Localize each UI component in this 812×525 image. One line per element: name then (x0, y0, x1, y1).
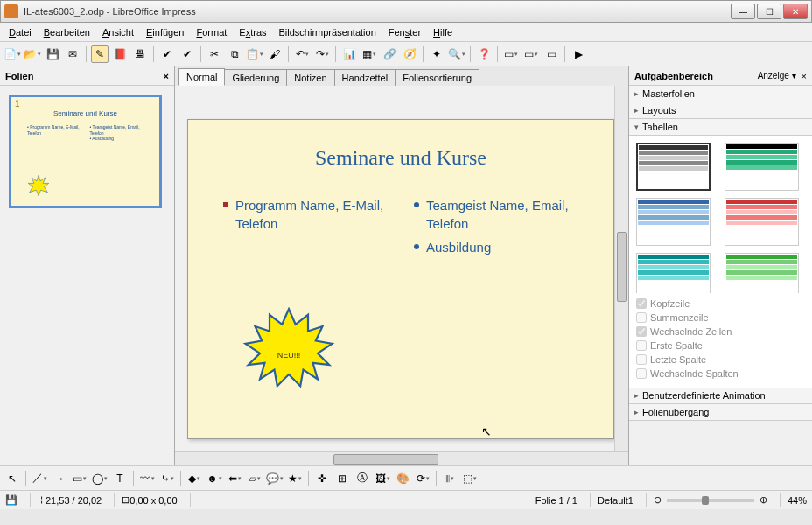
stars-icon[interactable]: ★ (286, 470, 304, 487)
save-icon[interactable]: 💾 (44, 46, 61, 63)
curve-icon[interactable]: 〰 (138, 470, 156, 487)
opt-wechselnde-spalten[interactable]: Wechselnde Spalten (636, 368, 805, 379)
table-style-2[interactable] (724, 143, 799, 191)
star-shape[interactable]: NEU!!! (241, 307, 337, 403)
menu-format[interactable]: Format (191, 25, 232, 39)
tab-foliensortierung[interactable]: Foliensortierung (395, 69, 480, 86)
glue-icon[interactable]: ⊞ (333, 470, 351, 487)
task-panel-close-icon[interactable]: × (802, 71, 807, 81)
menu-hilfe[interactable]: Hilfe (428, 25, 458, 39)
table-style-1[interactable] (636, 143, 710, 191)
autospell-icon[interactable]: ✔ (178, 46, 196, 63)
callouts-icon[interactable]: 💬 (266, 470, 284, 487)
slide-title[interactable]: Seminare und Kurse (188, 146, 613, 170)
bullet-left-1[interactable]: Programm Name, E-Mail, Telefon (223, 196, 388, 233)
opt-summenzeile[interactable]: Summenzeile (636, 312, 805, 323)
section-masterfolien[interactable]: Masterfolien (629, 86, 812, 102)
slide-editor[interactable]: Seminare und Kurse Programm Name, E-Mail… (187, 119, 614, 439)
chart-icon[interactable]: 📊 (340, 46, 358, 63)
edit-icon[interactable]: ✎ (91, 46, 108, 63)
zoom-slider[interactable]: ⊖⊕ (646, 494, 767, 508)
basic-shapes-icon[interactable]: ◆ (186, 470, 203, 487)
view-dropdown[interactable]: Anzeige (758, 71, 796, 80)
zoom-icon[interactable]: 🔍 (448, 46, 466, 63)
points-icon[interactable]: ✜ (313, 470, 331, 487)
redo-icon[interactable]: ↷ (313, 46, 331, 63)
layout-icon[interactable]: ▭ (542, 46, 560, 63)
status-size: ⊡ 0,00 x 0,00 (114, 494, 177, 508)
fontwork-icon[interactable]: Ⓐ (354, 470, 371, 487)
symbol-shapes-icon[interactable]: ☻ (206, 470, 223, 487)
menu-bearbeiten[interactable]: Bearbeiten (38, 25, 95, 39)
menu-ansicht[interactable]: Ansicht (97, 25, 139, 39)
slide-icon[interactable]: ▭ (502, 46, 520, 63)
section-animation[interactable]: Benutzerdefinierte Animation (629, 388, 812, 404)
zoom-percent[interactable]: 44% (780, 494, 807, 508)
slide-thumbnail-1[interactable]: 1 Seminare und Kurse • Programm Name, E-… (9, 94, 162, 208)
block-arrows-icon[interactable]: ⬅ (226, 470, 243, 487)
table-style-4[interactable] (724, 198, 799, 246)
pdf-icon[interactable]: 📕 (111, 46, 129, 63)
bullet-right-1[interactable]: Teamgeist Name, Email, Telefon (414, 196, 578, 233)
spellcheck-icon[interactable]: ✔ (158, 46, 176, 63)
menu-einfuegen[interactable]: Einfügen (141, 25, 189, 39)
section-transition[interactable]: Folienübergang (629, 404, 812, 421)
design-icon[interactable]: ▭ (522, 46, 540, 63)
tab-gliederung[interactable]: Gliederung (224, 69, 287, 86)
table-style-6[interactable] (724, 253, 799, 293)
pointer-icon[interactable]: ↖ (4, 470, 21, 487)
close-button[interactable]: ✕ (783, 4, 808, 19)
text-icon[interactable]: T (111, 470, 129, 487)
minimize-button[interactable]: — (731, 4, 755, 19)
new-icon[interactable]: 📄 (4, 46, 21, 63)
star-icon[interactable]: ✦ (428, 46, 445, 63)
copy-icon[interactable]: ⧉ (226, 46, 243, 63)
vertical-scrollbar[interactable] (614, 86, 628, 452)
rotate-icon[interactable]: ⟳ (414, 470, 431, 487)
opt-erste-spalte[interactable]: Erste Spalte (636, 340, 805, 351)
ellipse-icon[interactable]: ◯ (91, 470, 108, 487)
hyperlink-icon[interactable]: 🔗 (381, 46, 398, 63)
brush-icon[interactable]: 🖌 (266, 46, 284, 63)
menu-bildschirm[interactable]: Bildschirmpräsentation (274, 25, 382, 39)
presentation-icon[interactable]: ▶ (570, 46, 587, 63)
table-style-5[interactable] (636, 253, 710, 293)
email-icon[interactable]: ✉ (64, 46, 81, 63)
arrange-icon[interactable]: ⬚ (461, 470, 479, 487)
thumbnail-number: 1 (15, 99, 20, 108)
paste-icon[interactable]: 📋 (246, 46, 263, 63)
tab-notizen[interactable]: Notizen (286, 69, 334, 86)
from-file-icon[interactable]: 🖼 (374, 470, 391, 487)
tab-handzettel[interactable]: Handzettel (334, 69, 396, 86)
open-icon[interactable]: 📂 (24, 46, 41, 63)
flowchart-icon[interactable]: ▱ (246, 470, 263, 487)
print-icon[interactable]: 🖶 (131, 46, 149, 63)
rect-icon[interactable]: ▭ (71, 470, 88, 487)
opt-kopfzeile[interactable]: Kopfzeile (636, 298, 805, 309)
horizontal-scrollbar[interactable] (175, 452, 628, 466)
opt-wechselnde-zeilen[interactable]: Wechselnde Zeilen (636, 326, 805, 337)
line-icon[interactable]: ／ (31, 470, 48, 487)
bullet-right-2[interactable]: Ausbildung (414, 238, 578, 256)
opt-letzte-spalte[interactable]: Letzte Spalte (636, 354, 805, 365)
connector-icon[interactable]: ⤷ (158, 470, 176, 487)
menu-datei[interactable]: Datei (4, 25, 37, 39)
slide-canvas[interactable]: Seminare und Kurse Programm Name, E-Mail… (175, 86, 628, 452)
help-icon[interactable]: ❓ (475, 46, 493, 63)
cut-icon[interactable]: ✂ (206, 46, 223, 63)
slides-panel-close-icon[interactable]: × (164, 71, 169, 81)
menu-extras[interactable]: Extras (234, 25, 271, 39)
navigator-icon[interactable]: 🧭 (401, 46, 418, 63)
arrow-icon[interactable]: → (51, 470, 68, 487)
tab-normal[interactable]: Normal (178, 68, 225, 86)
undo-icon[interactable]: ↶ (293, 46, 311, 63)
table-icon[interactable]: ▦ (360, 46, 378, 63)
menu-fenster[interactable]: Fenster (383, 25, 426, 39)
align-icon[interactable]: ⫴ (441, 470, 458, 487)
maximize-button[interactable]: ☐ (757, 4, 781, 19)
table-style-3[interactable] (636, 198, 710, 246)
star-label: NEU!!! (277, 351, 301, 360)
gallery-icon[interactable]: 🎨 (394, 470, 411, 487)
section-layouts[interactable]: Layouts (629, 102, 812, 119)
section-tabellen[interactable]: Tabellen (629, 119, 812, 136)
